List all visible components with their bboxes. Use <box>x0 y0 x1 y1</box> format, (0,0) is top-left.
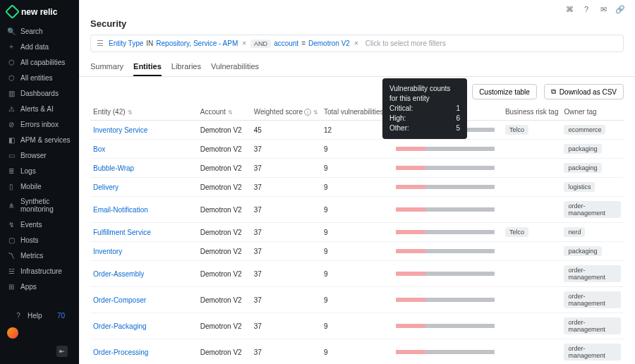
th-risk[interactable]: Business risk tag <box>502 104 562 121</box>
total-cell: 9 <box>321 159 394 178</box>
filter-field2[interactable]: account <box>274 40 298 47</box>
severity-tooltip: Vulnerability counts for this entity Cri… <box>382 78 467 139</box>
inbox-icon[interactable]: ✉ <box>598 4 608 14</box>
filter-hint[interactable]: Click to select more filters <box>365 40 446 47</box>
severity-bar <box>396 272 495 276</box>
th-account[interactable]: Account⇅ <box>198 104 251 121</box>
nav-icon: ≣ <box>7 166 16 175</box>
tab-entities[interactable]: Entities <box>133 58 162 76</box>
weighted-cell: 37 <box>251 339 321 365</box>
share-icon[interactable]: 🔗 <box>615 4 625 14</box>
entity-link[interactable]: Inventory <box>93 248 122 255</box>
download-csv-button[interactable]: ⧉ Download as CSV <box>544 84 624 99</box>
tooltip-title: Vulnerability counts for this entity <box>389 84 460 104</box>
th-owner[interactable]: Owner tag <box>561 104 624 121</box>
help-label: Help <box>28 312 42 320</box>
th-weighted[interactable]: Weighted scorei⇅ <box>251 104 321 121</box>
sidebar-item-search[interactable]: 🔍Search <box>0 23 79 39</box>
sidebar: new relic 🔍Search＋Add data⬡All capabilit… <box>0 0 79 364</box>
nav-icon: ⬡ <box>7 58 16 66</box>
owner-tag: packaging <box>564 144 601 154</box>
nav-icon: ⊘ <box>7 120 16 128</box>
sidebar-item-infrastructure[interactable]: ☱Infrastructure <box>0 263 79 279</box>
sidebar-item-all-entities[interactable]: ⬡All entities <box>0 70 79 85</box>
customize-table-button[interactable]: Customize table <box>472 84 537 99</box>
owner-tag: packaging <box>564 246 601 256</box>
filter-value[interactable]: Repository, Service - APM <box>156 40 238 47</box>
nav-icon: ⚠ <box>7 104 16 113</box>
entity-link[interactable]: Order-Packaging <box>93 322 147 330</box>
support-icon[interactable]: ? <box>581 4 591 14</box>
sidebar-item-dashboards[interactable]: ▥Dashboards <box>0 85 79 101</box>
sidebar-item-events[interactable]: ↯Events <box>0 217 79 232</box>
account-cell: Demotron V2 <box>198 313 251 339</box>
sidebar-help[interactable]: ? Help 70 <box>7 308 72 323</box>
total-cell: 9 <box>321 140 394 159</box>
owner-tag: order-management <box>564 344 621 360</box>
entity-link[interactable]: Email-Notification <box>93 206 148 214</box>
entity-link[interactable]: Bubble-Wrap <box>93 164 134 172</box>
filter-field[interactable]: Entity Type <box>109 40 143 47</box>
nav-icon: ＋ <box>7 42 16 51</box>
account-cell: Demotron V2 <box>198 197 251 223</box>
severity-bar <box>396 166 495 170</box>
table-row: Order-AssemblyDemotron V2379order-manage… <box>90 261 624 287</box>
sidebar-item-alerts-ai[interactable]: ⚠Alerts & AI <box>0 101 79 116</box>
account-cell: Demotron V2 <box>198 121 251 140</box>
weighted-cell: 37 <box>251 140 321 159</box>
weighted-cell: 37 <box>251 313 321 339</box>
tab-summary[interactable]: Summary <box>90 58 123 76</box>
nav-icon: 🔍 <box>7 27 16 35</box>
nav-label: Hosts <box>20 236 39 244</box>
entity-link[interactable]: Box <box>93 145 105 153</box>
nav-icon: ▯ <box>7 182 16 190</box>
entity-link[interactable]: Order-Composer <box>93 296 146 304</box>
filter-remove-2[interactable]: × <box>353 40 360 47</box>
entity-link[interactable]: Order-Assembly <box>93 270 144 278</box>
risk-tag: Telco <box>505 227 528 237</box>
filter-op2: = <box>301 40 306 47</box>
filter-bar[interactable]: ☰ Entity Type IN Repository, Service - A… <box>90 35 624 52</box>
nav-icon: ▥ <box>7 89 16 97</box>
sidebar-item-metrics[interactable]: 〽Metrics <box>0 248 79 263</box>
brand-name: new relic <box>21 7 57 17</box>
tab-vulnerabilities[interactable]: Vulnerabilities <box>211 58 259 76</box>
entity-link[interactable]: Delivery <box>93 183 119 191</box>
filter-logic[interactable]: AND <box>250 40 271 48</box>
sidebar-item-browser[interactable]: ▭Browser <box>0 147 79 163</box>
terminal-icon[interactable]: ⌘ <box>564 4 574 14</box>
sidebar-item-hosts[interactable]: ▢Hosts <box>0 232 79 248</box>
weighted-cell: 37 <box>251 197 321 223</box>
user-avatar[interactable] <box>7 327 18 339</box>
sidebar-item-synthetic-monitoring[interactable]: ⋔Synthetic monitoring <box>0 194 79 217</box>
sidebar-item-all-capabilities[interactable]: ⬡All capabilities <box>0 54 79 70</box>
sidebar-item-errors-inbox[interactable]: ⊘Errors inbox <box>0 116 79 132</box>
weighted-cell: 37 <box>251 261 321 287</box>
sidebar-item-mobile[interactable]: ▯Mobile <box>0 178 79 194</box>
entity-link[interactable]: Fulfillment Service <box>93 229 151 236</box>
tab-libraries[interactable]: Libraries <box>171 58 201 76</box>
nav-icon: ☱ <box>7 267 16 275</box>
nav-label: Infrastructure <box>20 267 62 275</box>
owner-tag: order-management <box>564 201 621 218</box>
th-entity[interactable]: Entity (42)⇅ <box>90 104 198 121</box>
filter-value2[interactable]: Demotron V2 <box>308 40 350 47</box>
nav-label: Synthetic monitoring <box>20 198 72 213</box>
info-icon[interactable]: i <box>304 109 311 116</box>
severity-bar <box>396 185 495 189</box>
brand-logo[interactable]: new relic <box>0 0 79 23</box>
entity-link[interactable]: Order-Processing <box>93 348 148 356</box>
sidebar-item-apps[interactable]: ⊞Apps <box>0 279 79 294</box>
filter-remove-1[interactable]: × <box>241 40 248 47</box>
collapse-sidebar-button[interactable]: ⇤ <box>56 346 68 357</box>
owner-tag: order-management <box>564 291 621 308</box>
sidebar-item-apm-services[interactable]: ◧APM & services <box>0 132 79 147</box>
nav-label: Metrics <box>20 252 43 260</box>
page-title: Security <box>79 18 635 35</box>
nav-icon: ⊞ <box>7 282 16 291</box>
sidebar-item-add-data[interactable]: ＋Add data <box>0 39 79 54</box>
total-cell: 9 <box>321 178 394 197</box>
help-icon: ? <box>14 311 23 320</box>
sidebar-item-logs[interactable]: ≣Logs <box>0 163 79 178</box>
entity-link[interactable]: Inventory Service <box>93 126 147 134</box>
